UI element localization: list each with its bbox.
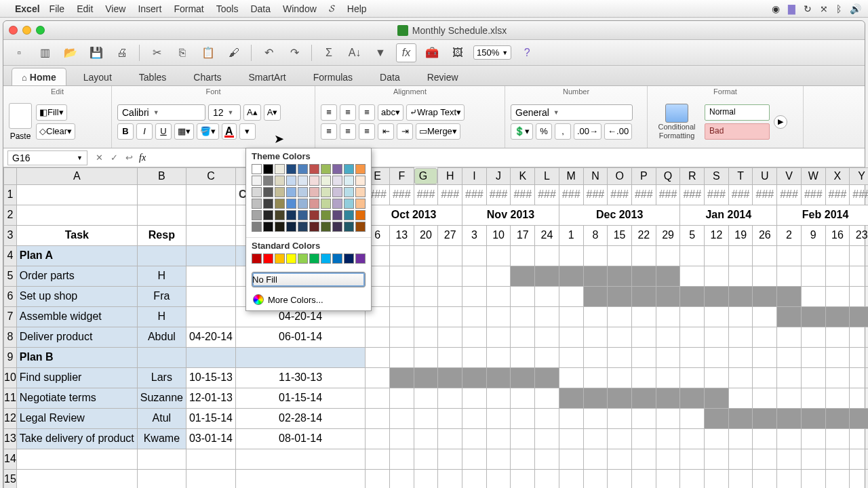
filter-icon[interactable]: ▼ [370,43,391,62]
underline-button[interactable]: U [155,123,172,140]
style-normal[interactable]: Normal [705,104,770,121]
paste-icon[interactable]: 📋 [198,43,218,62]
align-top-icon[interactable]: ≡ [321,104,337,121]
color-swatch[interactable] [286,210,296,220]
color-swatch[interactable] [344,199,354,209]
column-header[interactable]: Q [656,168,680,185]
column-header[interactable]: X [825,168,850,185]
color-swatch[interactable] [321,187,331,197]
color-swatch[interactable] [344,164,354,174]
bluetooth-icon[interactable]: ᛒ [836,3,842,14]
row-header[interactable]: 13 [4,428,17,449]
menu-insert[interactable]: Insert [138,3,161,14]
menu-edit[interactable]: Edit [77,3,93,14]
row-header[interactable]: 1 [4,184,17,205]
formula-builder-icon[interactable]: ↩ [121,150,136,165]
color-swatch[interactable] [286,222,296,232]
color-swatch[interactable] [298,164,308,174]
color-swatch[interactable] [275,210,285,220]
column-header[interactable]: Y [850,168,868,185]
row-header[interactable]: 3 [4,225,17,245]
cut-icon[interactable]: ✂ [146,43,167,62]
app-name[interactable]: Excel [15,3,40,14]
font-color-dropdown[interactable]: ▾ [239,123,256,140]
color-swatch[interactable] [321,222,331,232]
column-header[interactable]: R [680,168,705,185]
menu-window[interactable]: Window [283,3,317,14]
color-swatch[interactable] [309,210,319,220]
number-format-select[interactable]: General▼ [511,104,633,121]
font-name-select[interactable]: Calibri▼ [117,104,205,121]
tab-formulas[interactable]: Formulas [303,68,363,85]
color-swatch[interactable] [298,187,308,197]
column-header[interactable]: V [777,168,802,185]
column-header[interactable]: B [137,168,186,185]
color-swatch[interactable] [355,222,366,232]
status-square-icon[interactable]: ▇ [788,3,795,14]
color-swatch[interactable] [344,222,354,232]
color-swatch[interactable] [263,210,273,220]
color-swatch[interactable] [355,199,366,209]
menu-tools[interactable]: Tools [216,3,239,14]
tab-smartart[interactable]: SmartArt [239,68,296,85]
open-icon[interactable]: 📂 [60,43,81,62]
color-swatch[interactable] [332,199,342,209]
orientation-icon[interactable]: abc▾ [378,104,403,121]
tab-charts[interactable]: Charts [183,68,231,85]
print-icon[interactable]: 🖨 [112,43,132,62]
color-swatch[interactable] [321,164,331,174]
borders-button[interactable]: ▦▾ [174,123,194,140]
color-swatch[interactable] [275,222,285,232]
confirm-formula-icon[interactable]: ✓ [106,150,121,165]
row-header[interactable]: 6 [4,286,17,306]
font-size-select[interactable]: 12▼ [208,104,241,121]
help-icon[interactable]: ? [517,43,537,62]
fill-color-button[interactable]: 🪣▾ [197,123,219,140]
row-header[interactable]: 7 [4,306,17,327]
name-box[interactable]: G16▼ [7,150,87,165]
merge-button[interactable]: ▭ Merge ▾ [416,123,460,140]
color-swatch[interactable] [332,187,342,197]
bold-button[interactable]: B [117,123,134,140]
clear-button[interactable]: ◇ Clear ▾ [36,123,75,140]
comma-icon[interactable]: , [555,123,571,140]
row-header[interactable]: 8 [4,327,17,347]
undo-icon[interactable]: ↶ [258,43,279,62]
color-swatch[interactable] [286,199,296,209]
record-icon[interactable]: ◉ [772,3,780,14]
color-swatch[interactable] [332,164,342,174]
row-header[interactable]: 10 [4,367,17,388]
toolbox-icon[interactable]: 🧰 [422,43,442,62]
color-swatch[interactable] [275,253,285,264]
column-header[interactable]: A [16,168,137,185]
column-header[interactable]: P [631,168,656,185]
zoom-button[interactable] [36,26,45,35]
autosum-icon[interactable]: Σ [319,43,339,62]
color-swatch[interactable] [275,164,285,174]
column-header[interactable]: K [511,168,535,185]
color-swatch[interactable] [321,210,331,220]
color-swatch[interactable] [344,210,354,220]
tab-tables[interactable]: Tables [129,68,176,85]
color-swatch[interactable] [275,199,285,209]
color-swatch[interactable] [321,199,331,209]
row-header[interactable]: 4 [4,245,17,266]
column-header[interactable]: W [801,168,825,185]
color-swatch[interactable] [309,187,319,197]
column-header[interactable]: I [462,168,487,185]
tab-home[interactable]: ⌂Home [12,68,66,85]
color-swatch[interactable] [298,199,308,209]
column-header[interactable]: G [414,168,438,184]
save-icon[interactable]: 💾 [86,43,106,62]
no-fill-button[interactable]: No Fill [252,272,366,287]
color-swatch[interactable] [286,253,296,264]
redo-icon[interactable]: ↷ [284,43,304,62]
column-header[interactable]: O [608,168,632,185]
menu-view[interactable]: View [105,3,125,14]
styles-more-icon[interactable]: ▶ [774,115,787,129]
color-swatch[interactable] [263,253,273,264]
template-icon[interactable]: ▥ [35,43,55,62]
tab-layout[interactable]: Layout [73,68,122,85]
row-header[interactable]: 2 [4,205,17,225]
color-swatch[interactable] [252,253,262,264]
